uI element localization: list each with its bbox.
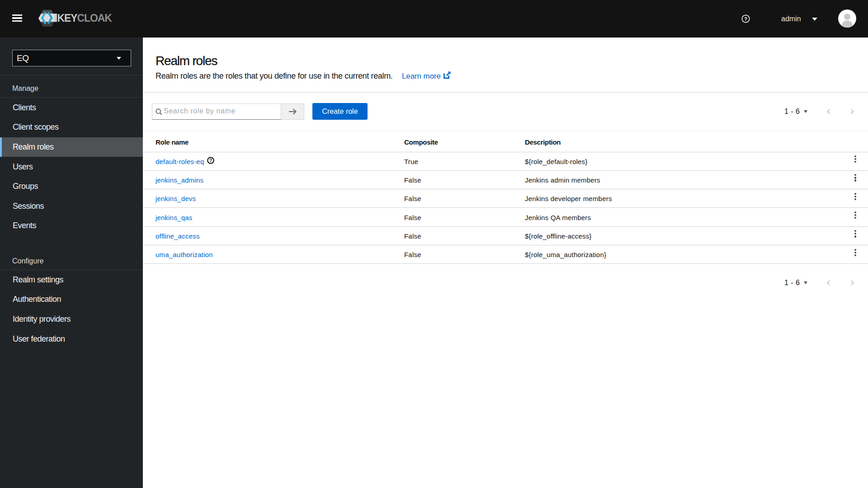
svg-text:KEYCLOAK: KEYCLOAK: [57, 12, 113, 24]
svg-text:?: ?: [744, 16, 747, 22]
svg-text:?: ?: [209, 158, 212, 163]
